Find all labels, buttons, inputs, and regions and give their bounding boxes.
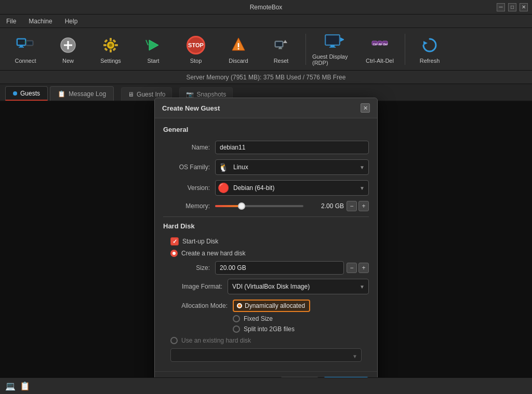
toolbar-guestdisplay-label: Guest Display (RDP) bbox=[312, 53, 355, 66]
svg-text:Del: Del bbox=[383, 43, 388, 46]
svg-rect-18 bbox=[104, 47, 108, 51]
toolbar-refresh-button[interactable]: Refresh bbox=[409, 31, 450, 68]
tab-snapshots-icon: 📷 bbox=[186, 91, 194, 98]
start-icon bbox=[143, 35, 164, 56]
toolbar-connect-button[interactable]: Connect bbox=[5, 31, 46, 68]
svg-rect-12 bbox=[110, 38, 112, 41]
svg-rect-14 bbox=[103, 44, 107, 46]
os-family-select-wrapper: 🐧 Linux ▼ bbox=[215, 159, 369, 175]
split-files-row: Split into 2GB files bbox=[163, 325, 369, 333]
ctrlaltdel-icon: Ctrl Alt Del bbox=[369, 35, 390, 56]
fixed-size-radio[interactable] bbox=[233, 315, 240, 322]
memory-decrease-button[interactable]: − bbox=[347, 201, 357, 211]
create-new-disk-radio[interactable] bbox=[170, 250, 178, 257]
section-harddisk-title: Hard Disk bbox=[163, 222, 369, 232]
disk-size-input[interactable] bbox=[215, 261, 344, 275]
memory-increase-button[interactable]: + bbox=[358, 201, 369, 211]
svg-marker-20 bbox=[149, 40, 158, 50]
name-label: Name: bbox=[163, 144, 215, 151]
svg-rect-26 bbox=[276, 42, 282, 46]
toolbar-discard-button[interactable]: Discard bbox=[218, 31, 259, 68]
memory-slider-track bbox=[215, 205, 303, 207]
toolbar-refresh-label: Refresh bbox=[420, 58, 440, 64]
menu-file[interactable]: File bbox=[4, 17, 18, 26]
allocation-dynamically-button[interactable]: Dynamically allocated bbox=[233, 300, 310, 312]
menu-help[interactable]: Help bbox=[63, 17, 80, 26]
toolbar-reset-button[interactable]: Reset bbox=[261, 31, 301, 68]
allocation-mode-row: Allocation Mode: Dynamically allocated bbox=[163, 300, 369, 312]
svg-rect-27 bbox=[279, 47, 282, 48]
svg-marker-41 bbox=[423, 41, 428, 45]
image-format-label: Image Format: bbox=[170, 283, 228, 290]
toolbar-discard-label: Discard bbox=[229, 58, 248, 64]
svg-rect-19 bbox=[112, 47, 116, 51]
name-input[interactable] bbox=[215, 141, 369, 154]
maximize-button[interactable]: □ bbox=[508, 3, 516, 11]
dialog-body: General Name: OS Family: 🐧 Linux ▼ bbox=[155, 118, 377, 371]
tab-message-log-icon: 📋 bbox=[58, 90, 65, 98]
toolbar-stop-button[interactable]: STOP Stop bbox=[176, 31, 216, 68]
tab-guest-info-icon: 🖥 bbox=[128, 91, 134, 98]
disk-size-decrease-button[interactable]: − bbox=[347, 263, 357, 273]
version-label: Version: bbox=[163, 184, 215, 192]
memory-slider-thumb[interactable] bbox=[238, 202, 245, 210]
toolbar-ctrlaltdel-button[interactable]: Ctrl Alt Del Ctrl-Alt-Del bbox=[359, 31, 401, 68]
disk-size-increase-button[interactable]: + bbox=[358, 263, 369, 273]
svg-rect-32 bbox=[330, 45, 335, 47]
menu-machine[interactable]: Machine bbox=[26, 17, 54, 26]
version-select[interactable]: Debian (64-bit) bbox=[215, 180, 369, 196]
os-family-label: OS Family: bbox=[163, 164, 215, 171]
disk-size-label: Size: bbox=[170, 264, 215, 271]
settings-icon bbox=[100, 35, 121, 56]
discard-icon bbox=[228, 35, 249, 56]
tab-guest-info-label: Guest Info bbox=[137, 91, 165, 98]
os-family-select[interactable]: Linux bbox=[215, 159, 369, 175]
svg-rect-3 bbox=[19, 47, 24, 48]
server-memory-text: Server Memory (7951 MB): 375 MB Used / 7… bbox=[187, 74, 346, 81]
refresh-icon bbox=[419, 35, 440, 56]
create-new-disk-row: Create a new hard disk bbox=[163, 250, 369, 257]
version-select-wrapper: 🔴 Debian (64-bit) ▼ bbox=[215, 180, 369, 196]
image-format-select[interactable]: VDI (VirtualBox Disk Image) bbox=[228, 279, 369, 294]
tab-guests-dot bbox=[13, 91, 17, 96]
split-files-radio[interactable] bbox=[233, 325, 240, 333]
tab-message-log[interactable]: 📋 Message Log bbox=[50, 86, 114, 101]
image-format-select-wrapper: VDI (VirtualBox Disk Image) ▼ bbox=[228, 279, 369, 294]
startup-disk-label: Start-up Disk bbox=[182, 238, 218, 245]
reset-icon bbox=[271, 35, 291, 56]
svg-text:Alt: Alt bbox=[379, 43, 382, 46]
tab-guests[interactable]: Guests bbox=[5, 86, 48, 101]
toolbar-settings-button[interactable]: Settings bbox=[90, 31, 131, 68]
svg-rect-16 bbox=[104, 39, 108, 43]
startup-disk-checkbox[interactable]: ✓ bbox=[170, 237, 179, 246]
close-button[interactable]: ✕ bbox=[520, 3, 528, 11]
toolbar-start-button[interactable]: Start bbox=[133, 31, 174, 68]
memory-slider-wrap bbox=[215, 201, 303, 211]
split-files-label: Split into 2GB files bbox=[244, 325, 295, 333]
name-row: Name: bbox=[163, 141, 369, 154]
svg-point-11 bbox=[109, 44, 112, 47]
stop-icon: STOP bbox=[185, 35, 206, 56]
svg-text:Ctrl: Ctrl bbox=[373, 43, 378, 46]
existing-disk-radio[interactable] bbox=[170, 337, 178, 344]
toolbar-new-label: New bbox=[62, 58, 74, 64]
create-new-guest-dialog: Create New Guest ✕ General Name: OS Fami… bbox=[154, 98, 378, 394]
toolbar-guestdisplay-button[interactable]: ▶ Guest Display (RDP) bbox=[310, 31, 357, 68]
status-bar: 💻 📋 bbox=[0, 377, 532, 394]
toolbar-new-button[interactable]: New bbox=[48, 31, 88, 68]
new-icon bbox=[58, 35, 78, 56]
tab-snapshots-label: Snapshots bbox=[196, 91, 226, 98]
memory-label: Memory: bbox=[163, 202, 215, 210]
minimize-button[interactable]: ─ bbox=[497, 3, 505, 11]
existing-disk-arrow: ▼ bbox=[352, 354, 357, 359]
dialog-close-button[interactable]: ✕ bbox=[361, 103, 370, 113]
toolbar-ctrlaltdel-label: Ctrl-Alt-Del bbox=[366, 58, 394, 64]
connect-icon bbox=[15, 35, 36, 56]
svg-line-21 bbox=[146, 40, 148, 45]
disk-size-row: Size: − + bbox=[163, 261, 369, 275]
status-icon-2: 📋 bbox=[20, 381, 30, 391]
fixed-size-label: Fixed Size bbox=[244, 315, 273, 322]
section-divider bbox=[163, 216, 369, 217]
toolbar-start-label: Start bbox=[147, 58, 159, 64]
allocation-dynamically-dot bbox=[237, 303, 242, 308]
